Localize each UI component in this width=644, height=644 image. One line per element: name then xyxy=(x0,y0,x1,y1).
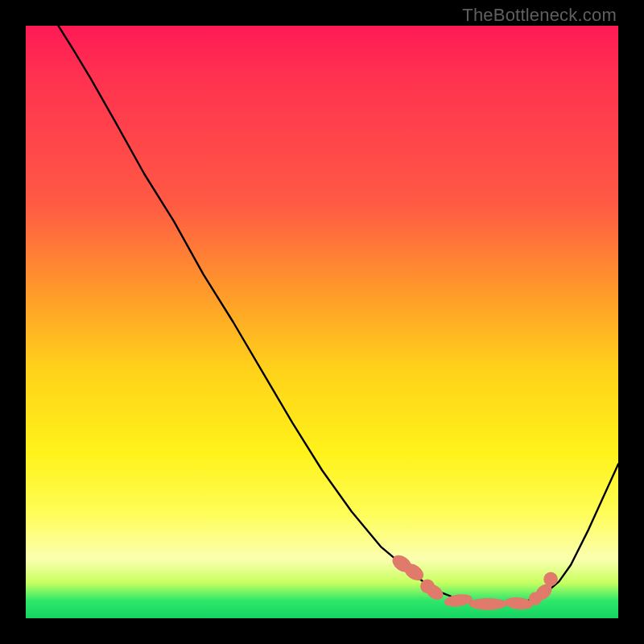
plot-area xyxy=(26,26,618,618)
marker-circle xyxy=(543,572,558,587)
chart-container: TheBottleneck.com xyxy=(0,0,644,644)
curve-layer xyxy=(26,26,618,618)
watermark-text: TheBottleneck.com xyxy=(462,5,617,26)
bottleneck-curve xyxy=(59,26,619,605)
data-markers xyxy=(390,552,558,611)
marker-ellipse xyxy=(469,598,507,610)
